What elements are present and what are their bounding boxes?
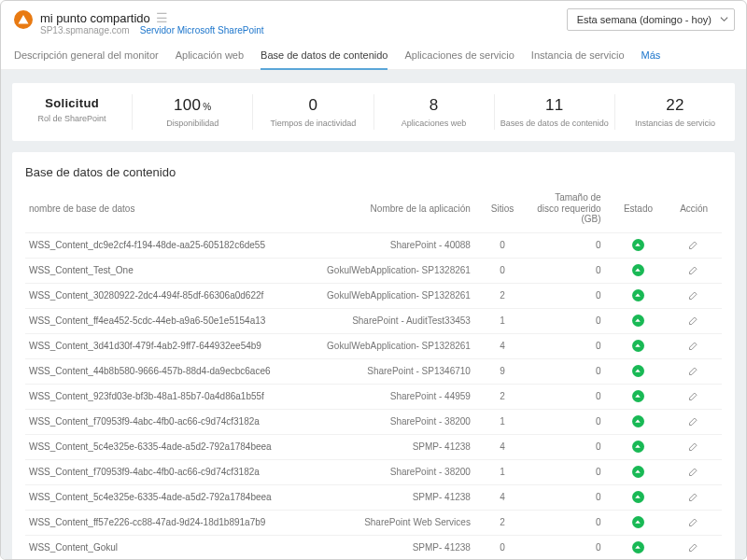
cell-action[interactable] — [666, 308, 722, 333]
metric-0: SolicitudRol de SharePoint — [12, 94, 133, 130]
status-up-icon — [632, 441, 644, 453]
table-row[interactable]: WSS_Content_5c4e325e-6335-4ade-a5d2-792a… — [25, 434, 722, 459]
edit-icon[interactable] — [688, 418, 699, 428]
metric-2: 0Tiempos de inactividad — [253, 94, 374, 130]
status-up-icon — [632, 415, 644, 427]
cell-action[interactable] — [666, 535, 722, 560]
edit-icon[interactable] — [688, 494, 699, 504]
cell-disk: 0 — [527, 535, 611, 560]
tab-svcinst[interactable]: Instancia de servicio — [531, 45, 625, 69]
warning-icon — [14, 10, 33, 29]
date-range-select[interactable]: Esta semana (domingo - hoy) — [567, 8, 735, 31]
cell-db: WSS_Content_Test_One — [25, 258, 297, 283]
cell-action[interactable] — [666, 258, 722, 283]
metrics-row: SolicitudRol de SharePoint100%Disponibil… — [12, 83, 735, 141]
cell-sites: 2 — [478, 384, 527, 409]
table-row[interactable]: WSS_Content_5c4e325e-6335-4ade-a5d2-792a… — [25, 484, 722, 510]
status-up-icon — [632, 390, 644, 402]
table-row[interactable]: WSS_Content_ff57e226-cc88-47ad-9d24-18d1… — [25, 510, 722, 535]
tab-overview[interactable]: Descripción general del monitor — [14, 45, 159, 69]
cell-action[interactable] — [666, 358, 722, 384]
table-row[interactable]: WSS_Content_44b8b580-9666-457b-88d4-da9e… — [25, 358, 722, 384]
metric-value: 11 — [500, 96, 609, 115]
cell-sites: 4 — [478, 484, 527, 510]
cell-disk: 0 — [527, 434, 611, 459]
cell-action[interactable] — [666, 232, 722, 258]
metric-label: Tiempos de inactividad — [259, 119, 367, 128]
cell-app: SharePoint - 38200 — [297, 409, 478, 434]
edit-icon[interactable] — [688, 317, 699, 328]
cell-app: SharePoint - 38200 — [297, 459, 478, 484]
table-row[interactable]: WSS_Content_923fd03e-bf3b-48a1-85b7-0a4d… — [25, 384, 722, 409]
edit-icon[interactable] — [688, 519, 699, 529]
cell-app: SharePoint Web Services — [297, 510, 478, 535]
chevron-down-icon — [720, 14, 728, 25]
tab-svcapp[interactable]: Aplicaciones de servicio — [404, 45, 514, 69]
col-action[interactable]: Acción — [666, 187, 722, 232]
col-status[interactable]: Estado — [611, 187, 667, 232]
col-app[interactable]: Nombre de la aplicación — [297, 187, 478, 232]
status-up-icon — [632, 365, 644, 377]
edit-icon[interactable] — [688, 368, 699, 378]
status-up-icon — [632, 289, 644, 301]
col-disk[interactable]: Tamaño de disco requerido (GB) — [527, 187, 611, 232]
server-link[interactable]: Servidor Microsoft SharePoint — [140, 25, 264, 35]
edit-icon[interactable] — [688, 469, 699, 479]
cell-db: WSS_Content_5c4e325e-6335-4ade-a5d2-792a… — [25, 484, 297, 510]
menu-icon[interactable]: ☰ — [156, 10, 168, 25]
table-row[interactable]: WSS_Content_f70953f9-4abc-4fb0-ac66-c9d7… — [25, 409, 722, 434]
table-row[interactable]: WSS_Content_f70953f9-4abc-4fb0-ac66-c9d7… — [25, 459, 722, 484]
cell-status — [611, 510, 667, 535]
edit-icon[interactable] — [688, 443, 699, 454]
page-subtitle: SP13.spmanage.com Servidor Microsoft Sha… — [40, 25, 264, 35]
table-row[interactable]: WSS_Content_Test_OneGokulWebApplication-… — [25, 258, 722, 283]
cell-action[interactable] — [666, 409, 722, 434]
cell-action[interactable] — [666, 484, 722, 510]
table-row[interactable]: WSS_Content_dc9e2cf4-f194-48de-aa25-6051… — [25, 232, 722, 258]
cell-db: WSS_Content_5c4e325e-6335-4ade-a5d2-792a… — [25, 434, 297, 459]
cell-db: WSS_Content_dc9e2cf4-f194-48de-aa25-6051… — [25, 232, 297, 258]
edit-icon[interactable] — [688, 544, 699, 554]
cell-app: SPMP- 41238 — [297, 484, 478, 510]
cell-disk: 0 — [527, 283, 611, 308]
cell-sites: 9 — [478, 358, 527, 384]
col-sites[interactable]: Sitios — [478, 187, 527, 232]
cell-db: WSS_Content_30280922-2dc4-494f-85df-6630… — [25, 283, 297, 308]
table-row[interactable]: WSS_Content_ff4ea452-5cdc-44eb-a9a6-50e1… — [25, 308, 722, 333]
edit-icon[interactable] — [688, 242, 699, 252]
metric-value: 0 — [259, 96, 367, 115]
tabs: Descripción general del monitor Aplicaci… — [1, 39, 746, 70]
cell-app: SharePoint - 40088 — [297, 232, 478, 258]
metric-value: Solicitud — [18, 96, 126, 110]
cell-status — [611, 283, 667, 308]
cell-sites: 4 — [478, 333, 527, 358]
cell-action[interactable] — [666, 333, 722, 358]
metric-3: 8Aplicaciones web — [374, 94, 495, 130]
tab-webapp[interactable]: Aplicación web — [176, 45, 244, 69]
table-row[interactable]: WSS_Content_GokulSPMP- 4123800 — [25, 535, 722, 560]
cell-db: WSS_Content_44b8b580-9666-457b-88d4-da9e… — [25, 358, 297, 384]
table-row[interactable]: WSS_Content_3d41d30f-479f-4ab2-9ff7-6449… — [25, 333, 722, 358]
cell-action[interactable] — [666, 283, 722, 308]
edit-icon[interactable] — [688, 393, 699, 403]
metric-label: Bases de datos de contenido — [500, 119, 609, 128]
cell-action[interactable] — [666, 384, 722, 409]
cell-sites: 0 — [478, 232, 527, 258]
edit-icon[interactable] — [688, 267, 699, 277]
panel-title: Base de datos de contenido — [25, 165, 722, 179]
edit-icon[interactable] — [688, 343, 699, 353]
cell-action[interactable] — [666, 434, 722, 459]
tab-contentdb[interactable]: Base de datos de contenido — [261, 45, 388, 70]
tab-more[interactable]: Más — [641, 45, 661, 69]
table-row[interactable]: WSS_Content_30280922-2dc4-494f-85df-6630… — [25, 283, 722, 308]
cell-action[interactable] — [666, 459, 722, 484]
metric-suffix: % — [203, 102, 211, 112]
col-db[interactable]: nombre de base de datos — [25, 187, 297, 232]
cell-sites: 2 — [478, 283, 527, 308]
cell-action[interactable] — [666, 510, 722, 535]
edit-icon[interactable] — [688, 292, 699, 302]
cell-status — [611, 384, 667, 409]
status-up-icon — [632, 516, 644, 528]
metric-label: Instancias de servicio — [621, 119, 729, 128]
cell-status — [611, 333, 667, 358]
